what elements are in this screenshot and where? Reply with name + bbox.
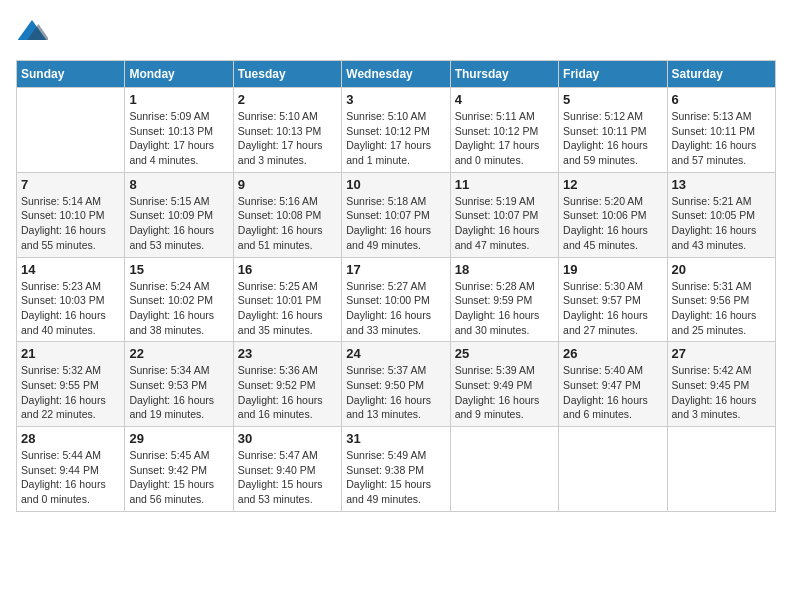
calendar-cell: 23Sunrise: 5:36 AMSunset: 9:52 PMDayligh… bbox=[233, 342, 341, 427]
day-number: 30 bbox=[238, 431, 337, 446]
calendar-cell: 10Sunrise: 5:18 AMSunset: 10:07 PMDaylig… bbox=[342, 172, 450, 257]
day-number: 27 bbox=[672, 346, 771, 361]
day-number: 31 bbox=[346, 431, 445, 446]
day-info: Sunrise: 5:13 AMSunset: 10:11 PMDaylight… bbox=[672, 109, 771, 168]
day-number: 28 bbox=[21, 431, 120, 446]
day-number: 3 bbox=[346, 92, 445, 107]
calendar: SundayMondayTuesdayWednesdayThursdayFrid… bbox=[16, 60, 776, 512]
calendar-cell bbox=[559, 427, 667, 512]
day-info: Sunrise: 5:11 AMSunset: 10:12 PMDaylight… bbox=[455, 109, 554, 168]
calendar-week-4: 21Sunrise: 5:32 AMSunset: 9:55 PMDayligh… bbox=[17, 342, 776, 427]
day-number: 17 bbox=[346, 262, 445, 277]
day-number: 10 bbox=[346, 177, 445, 192]
day-info: Sunrise: 5:49 AMSunset: 9:38 PMDaylight:… bbox=[346, 448, 445, 507]
day-info: Sunrise: 5:28 AMSunset: 9:59 PMDaylight:… bbox=[455, 279, 554, 338]
day-info: Sunrise: 5:12 AMSunset: 10:11 PMDaylight… bbox=[563, 109, 662, 168]
day-info: Sunrise: 5:20 AMSunset: 10:06 PMDaylight… bbox=[563, 194, 662, 253]
calendar-cell: 22Sunrise: 5:34 AMSunset: 9:53 PMDayligh… bbox=[125, 342, 233, 427]
day-header-monday: Monday bbox=[125, 61, 233, 88]
day-info: Sunrise: 5:25 AMSunset: 10:01 PMDaylight… bbox=[238, 279, 337, 338]
day-info: Sunrise: 5:36 AMSunset: 9:52 PMDaylight:… bbox=[238, 363, 337, 422]
day-info: Sunrise: 5:15 AMSunset: 10:09 PMDaylight… bbox=[129, 194, 228, 253]
calendar-cell: 9Sunrise: 5:16 AMSunset: 10:08 PMDayligh… bbox=[233, 172, 341, 257]
calendar-cell: 24Sunrise: 5:37 AMSunset: 9:50 PMDayligh… bbox=[342, 342, 450, 427]
calendar-week-3: 14Sunrise: 5:23 AMSunset: 10:03 PMDaylig… bbox=[17, 257, 776, 342]
day-info: Sunrise: 5:44 AMSunset: 9:44 PMDaylight:… bbox=[21, 448, 120, 507]
calendar-cell: 18Sunrise: 5:28 AMSunset: 9:59 PMDayligh… bbox=[450, 257, 558, 342]
day-info: Sunrise: 5:19 AMSunset: 10:07 PMDaylight… bbox=[455, 194, 554, 253]
day-info: Sunrise: 5:09 AMSunset: 10:13 PMDaylight… bbox=[129, 109, 228, 168]
logo-icon bbox=[16, 16, 48, 48]
day-info: Sunrise: 5:16 AMSunset: 10:08 PMDaylight… bbox=[238, 194, 337, 253]
logo bbox=[16, 16, 52, 48]
calendar-cell: 31Sunrise: 5:49 AMSunset: 9:38 PMDayligh… bbox=[342, 427, 450, 512]
calendar-cell: 14Sunrise: 5:23 AMSunset: 10:03 PMDaylig… bbox=[17, 257, 125, 342]
calendar-cell: 30Sunrise: 5:47 AMSunset: 9:40 PMDayligh… bbox=[233, 427, 341, 512]
day-info: Sunrise: 5:31 AMSunset: 9:56 PMDaylight:… bbox=[672, 279, 771, 338]
day-number: 1 bbox=[129, 92, 228, 107]
day-header-friday: Friday bbox=[559, 61, 667, 88]
day-info: Sunrise: 5:21 AMSunset: 10:05 PMDaylight… bbox=[672, 194, 771, 253]
day-number: 26 bbox=[563, 346, 662, 361]
day-number: 21 bbox=[21, 346, 120, 361]
day-number: 25 bbox=[455, 346, 554, 361]
calendar-cell: 26Sunrise: 5:40 AMSunset: 9:47 PMDayligh… bbox=[559, 342, 667, 427]
day-number: 9 bbox=[238, 177, 337, 192]
calendar-cell: 6Sunrise: 5:13 AMSunset: 10:11 PMDayligh… bbox=[667, 88, 775, 173]
day-info: Sunrise: 5:27 AMSunset: 10:00 PMDaylight… bbox=[346, 279, 445, 338]
day-number: 18 bbox=[455, 262, 554, 277]
day-number: 24 bbox=[346, 346, 445, 361]
day-info: Sunrise: 5:10 AMSunset: 10:13 PMDaylight… bbox=[238, 109, 337, 168]
calendar-week-1: 1Sunrise: 5:09 AMSunset: 10:13 PMDayligh… bbox=[17, 88, 776, 173]
day-number: 15 bbox=[129, 262, 228, 277]
calendar-cell bbox=[450, 427, 558, 512]
day-info: Sunrise: 5:42 AMSunset: 9:45 PMDaylight:… bbox=[672, 363, 771, 422]
day-header-wednesday: Wednesday bbox=[342, 61, 450, 88]
calendar-cell: 15Sunrise: 5:24 AMSunset: 10:02 PMDaylig… bbox=[125, 257, 233, 342]
day-info: Sunrise: 5:32 AMSunset: 9:55 PMDaylight:… bbox=[21, 363, 120, 422]
calendar-cell bbox=[667, 427, 775, 512]
day-info: Sunrise: 5:40 AMSunset: 9:47 PMDaylight:… bbox=[563, 363, 662, 422]
calendar-cell: 20Sunrise: 5:31 AMSunset: 9:56 PMDayligh… bbox=[667, 257, 775, 342]
day-header-saturday: Saturday bbox=[667, 61, 775, 88]
day-number: 4 bbox=[455, 92, 554, 107]
day-header-thursday: Thursday bbox=[450, 61, 558, 88]
day-number: 16 bbox=[238, 262, 337, 277]
calendar-cell: 11Sunrise: 5:19 AMSunset: 10:07 PMDaylig… bbox=[450, 172, 558, 257]
day-header-tuesday: Tuesday bbox=[233, 61, 341, 88]
day-number: 6 bbox=[672, 92, 771, 107]
day-info: Sunrise: 5:39 AMSunset: 9:49 PMDaylight:… bbox=[455, 363, 554, 422]
day-number: 13 bbox=[672, 177, 771, 192]
calendar-cell: 13Sunrise: 5:21 AMSunset: 10:05 PMDaylig… bbox=[667, 172, 775, 257]
day-number: 5 bbox=[563, 92, 662, 107]
calendar-cell: 3Sunrise: 5:10 AMSunset: 10:12 PMDayligh… bbox=[342, 88, 450, 173]
day-info: Sunrise: 5:24 AMSunset: 10:02 PMDaylight… bbox=[129, 279, 228, 338]
day-info: Sunrise: 5:45 AMSunset: 9:42 PMDaylight:… bbox=[129, 448, 228, 507]
page-header bbox=[16, 16, 776, 48]
calendar-cell: 29Sunrise: 5:45 AMSunset: 9:42 PMDayligh… bbox=[125, 427, 233, 512]
day-info: Sunrise: 5:37 AMSunset: 9:50 PMDaylight:… bbox=[346, 363, 445, 422]
day-number: 2 bbox=[238, 92, 337, 107]
calendar-cell: 17Sunrise: 5:27 AMSunset: 10:00 PMDaylig… bbox=[342, 257, 450, 342]
day-info: Sunrise: 5:47 AMSunset: 9:40 PMDaylight:… bbox=[238, 448, 337, 507]
day-info: Sunrise: 5:10 AMSunset: 10:12 PMDaylight… bbox=[346, 109, 445, 168]
day-info: Sunrise: 5:18 AMSunset: 10:07 PMDaylight… bbox=[346, 194, 445, 253]
day-number: 20 bbox=[672, 262, 771, 277]
calendar-cell: 27Sunrise: 5:42 AMSunset: 9:45 PMDayligh… bbox=[667, 342, 775, 427]
day-number: 14 bbox=[21, 262, 120, 277]
day-number: 22 bbox=[129, 346, 228, 361]
calendar-header-row: SundayMondayTuesdayWednesdayThursdayFrid… bbox=[17, 61, 776, 88]
day-info: Sunrise: 5:23 AMSunset: 10:03 PMDaylight… bbox=[21, 279, 120, 338]
calendar-cell: 1Sunrise: 5:09 AMSunset: 10:13 PMDayligh… bbox=[125, 88, 233, 173]
calendar-cell: 28Sunrise: 5:44 AMSunset: 9:44 PMDayligh… bbox=[17, 427, 125, 512]
calendar-cell: 7Sunrise: 5:14 AMSunset: 10:10 PMDayligh… bbox=[17, 172, 125, 257]
calendar-cell: 16Sunrise: 5:25 AMSunset: 10:01 PMDaylig… bbox=[233, 257, 341, 342]
calendar-week-5: 28Sunrise: 5:44 AMSunset: 9:44 PMDayligh… bbox=[17, 427, 776, 512]
calendar-cell: 12Sunrise: 5:20 AMSunset: 10:06 PMDaylig… bbox=[559, 172, 667, 257]
calendar-cell: 4Sunrise: 5:11 AMSunset: 10:12 PMDayligh… bbox=[450, 88, 558, 173]
calendar-cell: 21Sunrise: 5:32 AMSunset: 9:55 PMDayligh… bbox=[17, 342, 125, 427]
calendar-week-2: 7Sunrise: 5:14 AMSunset: 10:10 PMDayligh… bbox=[17, 172, 776, 257]
day-info: Sunrise: 5:34 AMSunset: 9:53 PMDaylight:… bbox=[129, 363, 228, 422]
day-info: Sunrise: 5:30 AMSunset: 9:57 PMDaylight:… bbox=[563, 279, 662, 338]
calendar-cell: 8Sunrise: 5:15 AMSunset: 10:09 PMDayligh… bbox=[125, 172, 233, 257]
